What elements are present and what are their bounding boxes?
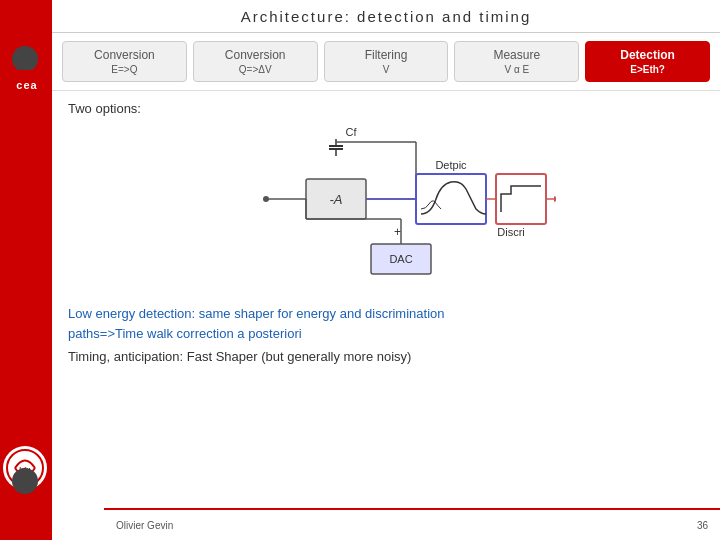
svg-text:DAC: DAC [389, 253, 412, 265]
step-label-0: Conversion [94, 48, 155, 62]
cea-text: cea [16, 79, 37, 91]
svg-marker-27 [554, 196, 556, 202]
left-bar: cea Irfu [0, 0, 52, 540]
step-label-1: Conversion [225, 48, 286, 62]
body-area: Two options: Cf -A [52, 91, 720, 377]
step-sub-0: E=>Q [67, 64, 182, 75]
svg-text:+: + [394, 225, 401, 239]
step-label-2: Filtering [365, 48, 408, 62]
svg-text:-A: -A [330, 192, 343, 207]
normal-text-block: Timing, anticipation: Fast Shaper (but g… [68, 347, 704, 367]
author-name: Olivier Gevin [116, 520, 173, 531]
step-filtering[interactable]: Filtering V [324, 41, 449, 82]
cea-logo: cea [6, 70, 48, 100]
top-circle-left [12, 46, 38, 72]
step-sub-2: V [329, 64, 444, 75]
two-options-label: Two options: [68, 101, 704, 116]
footer: Olivier Gevin 36 [104, 508, 720, 540]
steps-nav: Conversion E=>Q Conversion Q=>ΔV Filteri… [52, 33, 720, 91]
circuit-diagram: Cf -A [216, 124, 556, 294]
diagram-area: Cf -A [68, 124, 704, 294]
step-conversion-qdv[interactable]: Conversion Q=>ΔV [193, 41, 318, 82]
step-sub-4: E>Eth? [590, 64, 705, 75]
svg-rect-16 [496, 174, 546, 224]
bottom-circle-left [12, 468, 38, 494]
step-sub-1: Q=>ΔV [198, 64, 313, 75]
blue-text-line1: Low energy detection: same shaper for en… [68, 306, 445, 321]
page-title: Architecture: detection and timing [241, 8, 532, 25]
step-measure[interactable]: Measure V α E [454, 41, 579, 82]
svg-text:Detpic: Detpic [435, 159, 467, 171]
step-detection[interactable]: Detection E>Eth? [585, 41, 710, 82]
step-label-4: Detection [620, 48, 675, 62]
step-sub-3: V α E [459, 64, 574, 75]
step-label-3: Measure [493, 48, 540, 62]
blue-text-block: Low energy detection: same shaper for en… [68, 304, 704, 343]
page-number: 36 [697, 520, 708, 531]
title-bar: Architecture: detection and timing [52, 0, 720, 33]
step-conversion-eq[interactable]: Conversion E=>Q [62, 41, 187, 82]
svg-point-13 [263, 196, 269, 202]
svg-text:Cf: Cf [346, 126, 358, 138]
svg-text:Discri: Discri [497, 226, 525, 238]
blue-text-line2: paths=>Time walk correction a posteriori [68, 326, 302, 341]
main-content: Architecture: detection and timing Conve… [52, 0, 720, 540]
